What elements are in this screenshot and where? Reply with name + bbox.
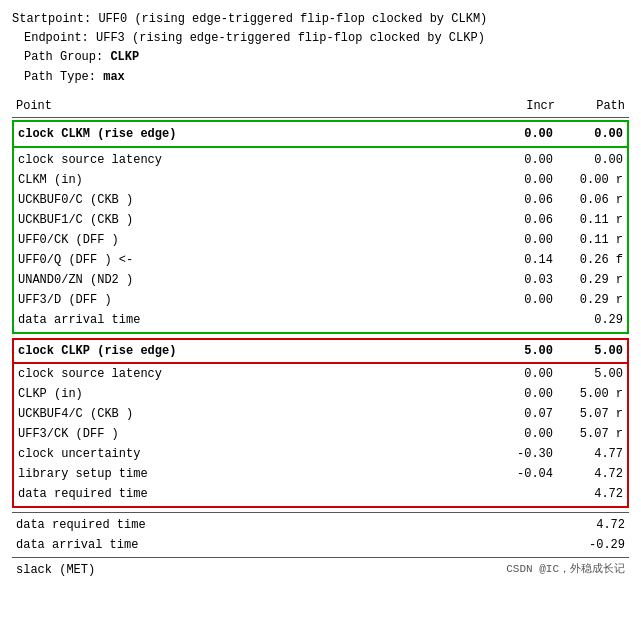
row-point: UCKBUF4/C (CKB ) xyxy=(18,405,483,423)
row-path: 5.00 xyxy=(563,365,623,383)
green-data-row: UFF3/D (DFF ) 0.00 0.29 r xyxy=(14,290,627,310)
slack-row: slack (MET) CSDN @IC，外稳成长记 xyxy=(12,560,629,580)
red-header-path: 5.00 xyxy=(563,342,623,360)
green-header-path: 0.00 xyxy=(563,125,623,143)
red-rows: clock source latency 0.00 5.00 CLKP (in)… xyxy=(14,364,627,504)
row-path: 0.29 r xyxy=(563,271,623,289)
row-point: data arrival time xyxy=(18,311,483,329)
row-incr: 0.00 xyxy=(483,151,563,169)
row-point: UCKBUF1/C (CKB ) xyxy=(18,211,483,229)
row-incr: 0.06 xyxy=(483,191,563,209)
row-point: UCKBUF0/C (CKB ) xyxy=(18,191,483,209)
green-rows: clock source latency 0.00 0.00 CLKM (in)… xyxy=(14,150,627,330)
row-point: clock source latency xyxy=(18,151,483,169)
row-path: 4.77 xyxy=(563,445,623,463)
red-data-row: UFF3/CK (DFF ) 0.00 5.07 r xyxy=(14,424,627,444)
row-point: UFF3/CK (DFF ) xyxy=(18,425,483,443)
row-path: 0.06 r xyxy=(563,191,623,209)
row-path: 5.07 r xyxy=(563,425,623,443)
row-incr: -0.30 xyxy=(483,445,563,463)
row-incr xyxy=(483,485,563,503)
green-data-row: clock source latency 0.00 0.00 xyxy=(14,150,627,170)
green-data-row: UCKBUF1/C (CKB ) 0.06 0.11 r xyxy=(14,210,627,230)
row-incr: 0.00 xyxy=(483,231,563,249)
row-incr: 0.00 xyxy=(483,171,563,189)
row-point: data required time xyxy=(18,485,483,503)
red-header-row: clock CLKP (rise edge) 5.00 5.00 xyxy=(12,338,629,364)
header-line4: Path Type: max xyxy=(12,68,629,87)
slack-label: slack (MET) xyxy=(16,561,506,579)
row-path: 4.72 xyxy=(565,516,625,534)
green-data-row: CLKM (in) 0.00 0.00 r xyxy=(14,170,627,190)
green-data-row: data arrival time 0.29 xyxy=(14,310,627,330)
header-line3: Path Group: CLKP xyxy=(12,48,629,67)
green-header-incr: 0.00 xyxy=(483,125,563,143)
row-path: -0.29 xyxy=(565,536,625,554)
col-point-header: Point xyxy=(16,99,485,113)
row-incr xyxy=(485,516,565,534)
summary-divider-top xyxy=(12,512,629,513)
red-data-row: clock uncertainty -0.30 4.77 xyxy=(14,444,627,464)
row-point: UFF0/CK (DFF ) xyxy=(18,231,483,249)
col-path-header: Path xyxy=(565,99,625,113)
green-rows-container: clock source latency 0.00 0.00 CLKM (in)… xyxy=(12,148,629,334)
column-headers: Point Incr Path xyxy=(12,97,629,115)
row-path: 0.29 xyxy=(563,311,623,329)
row-point: CLKM (in) xyxy=(18,171,483,189)
row-incr xyxy=(485,536,565,554)
row-point: data required time xyxy=(16,516,485,534)
green-data-row: UFF0/CK (DFF ) 0.00 0.11 r xyxy=(14,230,627,250)
row-path: 4.72 xyxy=(563,485,623,503)
green-data-row: UCKBUF0/C (CKB ) 0.06 0.06 r xyxy=(14,190,627,210)
red-section-wrapper: clock CLKP (rise edge) 5.00 5.00 clock s… xyxy=(12,338,629,508)
red-rows-container: clock source latency 0.00 5.00 CLKP (in)… xyxy=(12,362,629,508)
summary-divider-bottom xyxy=(12,557,629,558)
row-point: clock source latency xyxy=(18,365,483,383)
row-path: 0.11 r xyxy=(563,211,623,229)
row-path: 4.72 xyxy=(563,465,623,483)
row-path: 5.00 r xyxy=(563,385,623,403)
row-point: data arrival time xyxy=(16,536,485,554)
row-incr: 0.07 xyxy=(483,405,563,423)
green-data-row: UNAND0/ZN (ND2 ) 0.03 0.29 r xyxy=(14,270,627,290)
row-point: UNAND0/ZN (ND2 ) xyxy=(18,271,483,289)
summary-data-row: data required time 4.72 xyxy=(12,515,629,535)
red-data-row: data required time 4.72 xyxy=(14,484,627,504)
green-data-row: UFF0/Q (DFF ) <- 0.14 0.26 f xyxy=(14,250,627,270)
row-incr: 0.14 xyxy=(483,251,563,269)
row-incr: 0.00 xyxy=(483,291,563,309)
col-incr-header: Incr xyxy=(485,99,565,113)
row-incr: -0.04 xyxy=(483,465,563,483)
row-incr xyxy=(483,311,563,329)
summary-rows: data required time 4.72 data arrival tim… xyxy=(12,515,629,555)
red-data-row: library setup time -0.04 4.72 xyxy=(14,464,627,484)
row-path: 0.00 xyxy=(563,151,623,169)
row-incr: 0.03 xyxy=(483,271,563,289)
header-divider xyxy=(12,117,629,118)
summary-data-row: data arrival time -0.29 xyxy=(12,535,629,555)
row-point: library setup time xyxy=(18,465,483,483)
row-point: UFF0/Q (DFF ) <- xyxy=(18,251,483,269)
row-path: 0.11 r xyxy=(563,231,623,249)
header-line2: Endpoint: UFF3 (rising edge-triggered fl… xyxy=(12,29,629,48)
row-point: UFF3/D (DFF ) xyxy=(18,291,483,309)
red-header-point: clock CLKP (rise edge) xyxy=(18,342,483,360)
row-incr: 0.00 xyxy=(483,365,563,383)
red-data-row: UCKBUF4/C (CKB ) 0.07 5.07 r xyxy=(14,404,627,424)
red-data-row: clock source latency 0.00 5.00 xyxy=(14,364,627,384)
row-incr: 0.00 xyxy=(483,425,563,443)
row-point: clock uncertainty xyxy=(18,445,483,463)
footer-credit: CSDN @IC，外稳成长记 xyxy=(506,561,625,579)
green-header-point: clock CLKM (rise edge) xyxy=(18,125,483,143)
row-path: 5.07 r xyxy=(563,405,623,423)
green-header-row: clock CLKM (rise edge) 0.00 0.00 xyxy=(14,124,627,144)
header-line1: Startpoint: UFF0 (rising edge-triggered … xyxy=(12,10,629,29)
row-path: 0.26 f xyxy=(563,251,623,269)
red-data-row: CLKP (in) 0.00 5.00 r xyxy=(14,384,627,404)
table-section: Point Incr Path clock CLKM (rise edge) 0… xyxy=(12,97,629,580)
header-section: Startpoint: UFF0 (rising edge-triggered … xyxy=(12,10,629,87)
row-point: CLKP (in) xyxy=(18,385,483,403)
red-header-incr: 5.00 xyxy=(483,342,563,360)
row-path: 0.00 r xyxy=(563,171,623,189)
green-section: clock CLKM (rise edge) 0.00 0.00 xyxy=(12,120,629,148)
